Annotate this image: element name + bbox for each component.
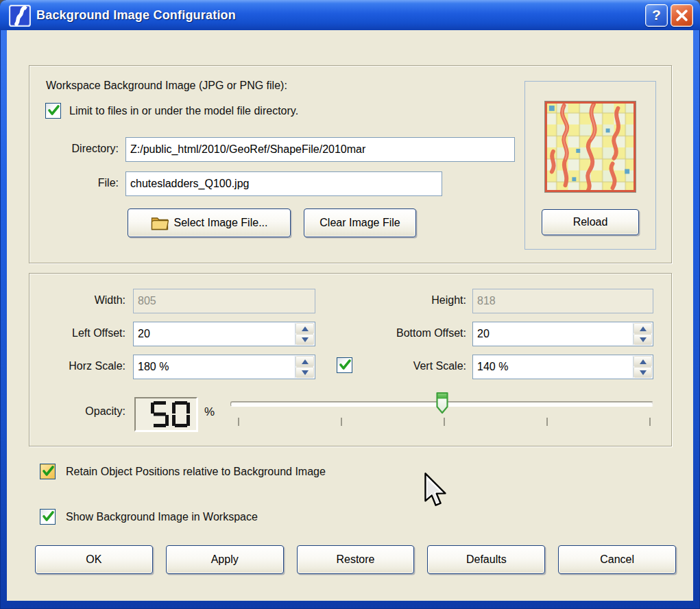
background-image-configuration-dialog: Background Image Configuration ? Workspa… [0,0,700,609]
slider-tick [649,418,651,426]
slider-tick [238,418,239,426]
directory-label: Directory: [29,143,119,155]
check-icon [339,359,352,372]
arrow-up-icon [640,359,647,364]
help-button[interactable]: ? [645,4,668,27]
show-background-checkbox[interactable] [40,509,56,525]
check-icon [42,510,55,523]
geometry-groupbox: Width: Height: Left Offset: Bottom Offse… [29,273,672,446]
reload-label: Reload [573,216,608,228]
opacity-slider-handle[interactable] [435,392,448,414]
defaults-label: Defaults [466,553,507,566]
apply-label: Apply [211,553,239,566]
vert-scale-input[interactable] [472,355,653,379]
arrow-up-icon [302,326,309,331]
defaults-button[interactable]: Defaults [427,545,545,574]
spin-down-button[interactable] [295,334,314,345]
vert-scale-checkbox[interactable] [337,357,352,373]
dialog-button-row: OK Apply Restore Defaults Cancel [35,545,676,574]
bottom-offset-spinbox [472,322,653,346]
retain-positions-option: Retain Object Positions relative to Back… [40,464,326,479]
arrow-down-icon [302,337,309,342]
clear-image-file-label: Clear Image File [319,217,400,229]
mouse-cursor [422,472,450,512]
apply-button[interactable]: Apply [166,545,284,574]
titlebar[interactable]: Background Image Configuration ? [0,0,700,30]
horz-scale-spinbox [133,355,315,379]
image-preview-panel: Reload [524,81,656,250]
left-offset-spinbox [133,322,315,346]
arrow-up-icon [640,326,647,331]
bottom-offset-spinner [633,323,652,345]
show-background-option: Show Background Image in Workspace [40,509,258,525]
dialog-content: Workspace Background Image (JPG or PNG f… [7,30,693,601]
arrow-up-icon [302,359,309,364]
cancel-button[interactable]: Cancel [558,545,676,574]
clear-image-file-button[interactable]: Clear Image File [304,208,416,237]
restore-label: Restore [336,553,374,566]
horz-scale-spinner [295,356,314,378]
close-icon [676,10,688,21]
workspace-image-groupbox: Workspace Background Image (JPG or PNG f… [29,65,672,263]
vert-scale-label: Vert Scale: [359,360,466,372]
folder-icon [151,216,169,230]
slider-ticks [239,418,650,427]
arrow-down-icon [640,370,647,375]
check-icon [47,104,60,117]
slider-tick [341,418,342,426]
check-icon [42,465,55,478]
cancel-label: Cancel [600,553,634,566]
horz-scale-input[interactable] [133,355,315,379]
width-label: Width: [29,294,125,307]
preview-thumbnail [544,101,636,193]
ok-button[interactable]: OK [35,545,153,574]
height-field [472,289,653,313]
close-button[interactable] [671,4,693,27]
spin-up-button[interactable] [633,323,652,334]
width-field [133,289,315,313]
limit-directory-checkbox[interactable] [45,103,61,119]
spin-down-button[interactable] [633,334,652,345]
directory-input[interactable] [125,137,515,162]
opacity-slider[interactable] [230,392,653,430]
spin-up-button[interactable] [295,356,314,367]
bottom-offset-label: Bottom Offset: [324,327,466,339]
spin-down-button[interactable] [295,367,314,378]
left-offset-spinner [295,323,314,345]
ok-label: OK [86,553,101,566]
vert-scale-spinner [633,356,652,378]
arrow-down-icon [302,370,309,375]
riverware-app-icon [9,5,31,27]
opacity-lcd-display [134,397,197,431]
retain-positions-label: Retain Object Positions relative to Back… [66,466,326,478]
height-label: Height: [324,294,466,307]
slider-tick [444,418,445,426]
retain-positions-checkbox[interactable] [40,464,56,479]
select-image-file-button[interactable]: Select Image File... [128,208,291,237]
spin-up-button[interactable] [633,356,652,367]
opacity-unit-label: % [204,405,215,419]
limit-directory-label: Limit to files in or under the model fil… [69,105,298,117]
spin-up-button[interactable] [295,323,314,334]
select-image-file-label: Select Image File... [174,217,268,229]
arrow-down-icon [640,337,647,342]
vert-scale-spinbox [472,355,653,379]
slider-tick [546,418,548,426]
spin-down-button[interactable] [633,367,652,378]
horz-scale-label: Horz Scale: [29,360,125,372]
show-background-label: Show Background Image in Workspace [66,511,258,523]
bottom-offset-input[interactable] [472,322,653,346]
opacity-label: Opacity: [29,405,125,418]
workspace-image-heading: Workspace Background Image (JPG or PNG f… [46,80,287,92]
reload-button[interactable]: Reload [542,209,639,235]
restore-button[interactable]: Restore [297,545,415,574]
file-label: File: [29,177,119,189]
left-offset-input[interactable] [133,322,315,346]
window-title: Background Image Configuration [36,8,645,23]
left-offset-label: Left Offset: [29,327,125,339]
file-input[interactable] [125,171,442,196]
